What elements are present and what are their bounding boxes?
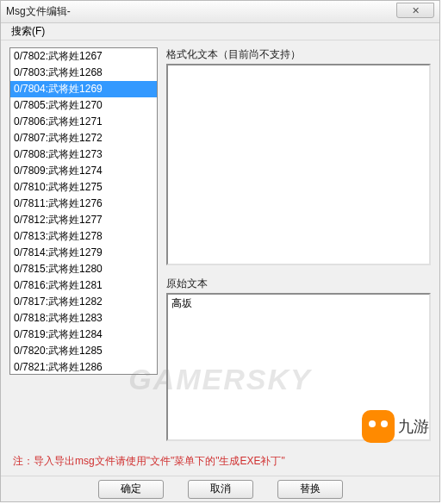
formatted-text-label: 格式化文本（目前尚不支持）: [166, 47, 431, 62]
app-window: Msg文件编辑- ✕ 搜索(F) 0/7802:武将姓12670/7803:武将…: [0, 0, 440, 502]
list-item[interactable]: 0/7816:武将姓1281: [10, 277, 157, 294]
list-item[interactable]: 0/7815:武将姓1280: [10, 261, 157, 277]
list-item[interactable]: 0/7803:武将姓1268: [10, 65, 157, 81]
list-item[interactable]: 0/7820:武将姓1285: [10, 343, 157, 359]
replace-button[interactable]: 替换: [277, 480, 343, 499]
close-button[interactable]: ✕: [396, 3, 434, 18]
close-icon: ✕: [412, 5, 420, 16]
content-area: 0/7802:武将姓12670/7803:武将姓12680/7804:武将姓12…: [4, 42, 436, 474]
right-pane: 格式化文本（目前尚不支持） 原始文本: [166, 47, 431, 448]
formatted-text-area[interactable]: [166, 64, 431, 265]
list-item[interactable]: 0/7812:武将姓1277: [10, 212, 157, 228]
list-item[interactable]: 0/7806:武将姓1271: [10, 114, 157, 130]
ok-button[interactable]: 确定: [98, 480, 164, 499]
brand-logo-icon: [362, 410, 395, 443]
list-item[interactable]: 0/7804:武将姓1269: [10, 81, 157, 97]
button-bar: 确定 取消 替换: [1, 476, 439, 501]
list-item[interactable]: 0/7814:武将姓1279: [10, 245, 157, 261]
menubar: 搜索(F): [1, 23, 439, 40]
brand-logo: 九游: [362, 410, 429, 443]
list-item[interactable]: 0/7813:武将姓1278: [10, 228, 157, 245]
original-text-label: 原始文本: [166, 277, 431, 291]
brand-logo-text: 九游: [398, 416, 429, 437]
list-item[interactable]: 0/7810:武将姓1275: [10, 179, 157, 196]
list-item[interactable]: 0/7817:武将姓1282: [10, 294, 157, 310]
list-item[interactable]: 0/7805:武将姓1270: [10, 97, 157, 114]
footer-note: 注：导入导出msg文件请使用"文件"菜单下的"生成EXE补丁": [13, 454, 285, 469]
list-item[interactable]: 0/7821:武将姓1286: [10, 359, 157, 375]
list-item[interactable]: 0/7819:武将姓1284: [10, 327, 157, 343]
list-item[interactable]: 0/7802:武将姓1267: [10, 48, 157, 65]
menu-search[interactable]: 搜索(F): [6, 22, 50, 40]
list-item[interactable]: 0/7811:武将姓1276: [10, 196, 157, 212]
list-item[interactable]: 0/7818:武将姓1283: [10, 310, 157, 327]
cancel-button[interactable]: 取消: [188, 480, 253, 499]
list-item[interactable]: 0/7808:武将姓1273: [10, 146, 157, 163]
list-item[interactable]: 0/7809:武将姓1274: [10, 163, 157, 179]
window-title: Msg文件编辑-: [6, 4, 71, 19]
titlebar: Msg文件编辑- ✕: [1, 1, 439, 23]
list-item[interactable]: 0/7807:武将姓1272: [10, 130, 157, 146]
entry-list[interactable]: 0/7802:武将姓12670/7803:武将姓12680/7804:武将姓12…: [9, 47, 158, 375]
